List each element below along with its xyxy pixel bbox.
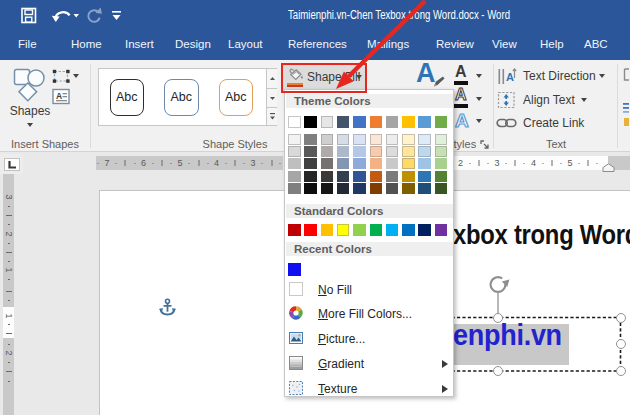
tab-home[interactable]: Home xyxy=(71,38,102,50)
theme-tint-swatch[interactable] xyxy=(288,146,301,157)
theme-tint-swatch[interactable] xyxy=(304,158,317,169)
theme-tint-swatch[interactable] xyxy=(304,183,317,194)
theme-tint-swatch[interactable] xyxy=(288,158,301,169)
theme-tint-swatch[interactable] xyxy=(418,134,431,145)
gallery-scroll-up[interactable] xyxy=(266,69,277,88)
theme-tint-swatch[interactable] xyxy=(337,171,350,182)
theme-tint-swatch[interactable] xyxy=(418,183,431,194)
standard-color-swatch[interactable] xyxy=(386,224,399,237)
theme-color-swatch[interactable] xyxy=(304,116,317,129)
theme-tint-swatch[interactable] xyxy=(321,158,334,169)
theme-color-swatch[interactable] xyxy=(370,116,383,129)
menu-item-texture[interactable]: Texture xyxy=(285,378,453,401)
theme-tint-swatch[interactable] xyxy=(435,158,448,169)
theme-tint-swatch[interactable] xyxy=(353,146,366,157)
theme-tint-swatch[interactable] xyxy=(337,134,350,145)
tab-mailings[interactable]: Mailings xyxy=(367,38,409,50)
standard-color-swatch[interactable] xyxy=(435,224,448,237)
theme-tint-swatch[interactable] xyxy=(386,134,399,145)
menu-item-more-fill-colors[interactable]: More Fill Colors... xyxy=(285,303,453,326)
indent-marker-icon[interactable] xyxy=(602,163,615,172)
align-text-button[interactable]: Align Text xyxy=(495,90,621,110)
wordart-quick-styles-button[interactable]: A xyxy=(414,62,450,92)
standard-color-swatch[interactable] xyxy=(321,224,334,237)
tab-references[interactable]: References xyxy=(288,38,347,50)
theme-color-swatch[interactable] xyxy=(353,116,366,129)
theme-tint-swatch[interactable] xyxy=(370,183,383,194)
edit-shape-icon[interactable] xyxy=(52,69,72,84)
theme-tint-swatch[interactable] xyxy=(418,146,431,157)
save-icon[interactable] xyxy=(21,7,37,24)
theme-tint-swatch[interactable] xyxy=(288,134,301,145)
theme-tint-swatch[interactable] xyxy=(353,183,366,194)
theme-tint-swatch[interactable] xyxy=(402,158,415,169)
theme-tint-swatch[interactable] xyxy=(402,146,415,157)
theme-tint-swatch[interactable] xyxy=(337,183,350,194)
menu-item-gradient[interactable]: Gradient xyxy=(285,353,453,376)
theme-tint-swatch[interactable] xyxy=(370,171,383,182)
textbox-handle-top-right[interactable] xyxy=(616,313,626,323)
menu-item-no-fill[interactable]: No Fill xyxy=(285,279,453,302)
theme-tint-swatch[interactable] xyxy=(386,146,399,157)
theme-color-swatch[interactable] xyxy=(386,116,399,129)
tab-design[interactable]: Design xyxy=(175,38,211,50)
gallery-scroll-down[interactable] xyxy=(266,88,277,107)
theme-tint-swatch[interactable] xyxy=(435,183,448,194)
theme-tint-swatch[interactable] xyxy=(321,134,334,145)
theme-tint-swatch[interactable] xyxy=(321,183,334,194)
standard-color-swatch[interactable] xyxy=(288,224,301,237)
menu-item-picture[interactable]: Picture... xyxy=(285,328,453,351)
theme-tint-swatch[interactable] xyxy=(288,171,301,182)
standard-color-swatch[interactable] xyxy=(418,224,431,237)
text-effects-button[interactable]: A xyxy=(454,111,486,132)
textbox-handle-top-center[interactable] xyxy=(493,313,503,323)
theme-tint-swatch[interactable] xyxy=(370,134,383,145)
theme-color-swatch[interactable] xyxy=(288,116,301,129)
create-link-button[interactable]: Create Link xyxy=(495,113,621,133)
theme-color-swatch[interactable] xyxy=(321,116,334,129)
theme-color-swatch[interactable] xyxy=(402,116,415,129)
tab-insert[interactable]: Insert xyxy=(125,38,154,50)
textbox-handle-bottom-right[interactable] xyxy=(616,366,626,376)
gallery-more-button[interactable] xyxy=(266,107,277,125)
tab-view[interactable]: View xyxy=(492,38,517,50)
shape-style-preset-3[interactable]: Abc xyxy=(219,79,254,116)
vertical-ruler[interactable]: 32112 xyxy=(3,174,14,415)
theme-tint-swatch[interactable] xyxy=(337,146,350,157)
theme-tint-swatch[interactable] xyxy=(402,183,415,194)
standard-color-swatch[interactable] xyxy=(337,224,350,237)
theme-color-swatch[interactable] xyxy=(337,116,350,129)
theme-tint-swatch[interactable] xyxy=(402,171,415,182)
shapes-button[interactable]: Shapes xyxy=(4,62,56,134)
theme-tint-swatch[interactable] xyxy=(435,171,448,182)
shape-style-preset-1[interactable]: Abc xyxy=(110,79,145,116)
theme-tint-swatch[interactable] xyxy=(288,183,301,194)
tab-layout[interactable]: Layout xyxy=(228,38,263,50)
theme-tint-swatch[interactable] xyxy=(321,171,334,182)
theme-tint-swatch[interactable] xyxy=(370,158,383,169)
textbox-handle-bottom-center[interactable] xyxy=(493,366,503,376)
redo-icon[interactable] xyxy=(85,7,103,25)
textbox-handle-middle-right[interactable] xyxy=(616,339,626,349)
theme-tint-swatch[interactable] xyxy=(418,171,431,182)
theme-tint-swatch[interactable] xyxy=(386,158,399,169)
standard-color-swatch[interactable] xyxy=(353,224,366,237)
theme-color-swatch[interactable] xyxy=(418,116,431,129)
tab-file[interactable]: File xyxy=(18,38,37,50)
theme-tint-swatch[interactable] xyxy=(370,146,383,157)
tab-abc[interactable]: ABC xyxy=(584,38,608,50)
theme-tint-swatch[interactable] xyxy=(435,146,448,157)
theme-tint-swatch[interactable] xyxy=(353,134,366,145)
horizontal-ruler-right[interactable]: 2345 xyxy=(454,156,630,170)
theme-color-swatch[interactable] xyxy=(435,116,448,129)
undo-icon[interactable] xyxy=(51,8,80,23)
tab-help[interactable]: Help xyxy=(540,38,564,50)
customize-qat-icon[interactable] xyxy=(110,10,123,22)
standard-color-swatch[interactable] xyxy=(304,224,317,237)
document-heading[interactable]: xbox trong Word xyxy=(453,219,630,251)
shape-style-preset-2[interactable]: Abc xyxy=(164,79,199,116)
theme-tint-swatch[interactable] xyxy=(353,171,366,182)
theme-tint-swatch[interactable] xyxy=(418,158,431,169)
standard-color-swatch[interactable] xyxy=(370,224,383,237)
theme-tint-swatch[interactable] xyxy=(337,158,350,169)
